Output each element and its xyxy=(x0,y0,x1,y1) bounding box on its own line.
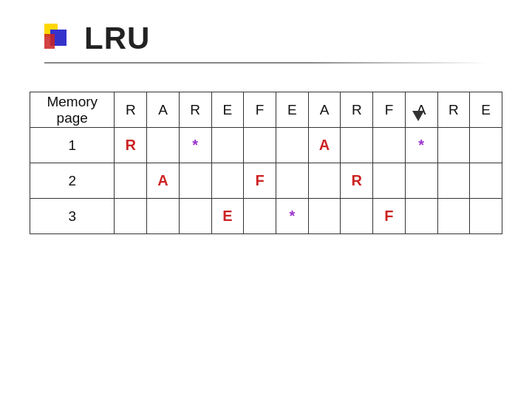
row2-col0 xyxy=(115,163,147,199)
row3-col6 xyxy=(308,199,341,234)
header-f2: F xyxy=(373,92,406,128)
row1-col5 xyxy=(276,128,308,163)
row3-col8: F xyxy=(373,199,406,234)
header-r4: R xyxy=(437,92,470,128)
row1-col10 xyxy=(437,128,470,163)
divider xyxy=(44,62,488,64)
logo-red xyxy=(44,34,55,49)
row3-col7 xyxy=(341,199,373,234)
row2-col5 xyxy=(276,163,308,199)
row2-col1: A xyxy=(147,163,180,199)
row1-col11 xyxy=(470,128,502,163)
row1-col4 xyxy=(244,128,276,163)
title-area: LRU xyxy=(0,0,532,56)
header-a1: A xyxy=(147,92,180,128)
row1-col6: A xyxy=(308,128,341,163)
row2-col11 xyxy=(470,163,502,199)
row2-label: 2 xyxy=(30,163,115,199)
logo-icon xyxy=(44,24,71,53)
header-row: Memory page R A R E F E A R F A R E xyxy=(30,92,502,128)
header-r2: R xyxy=(179,92,211,128)
row3-col11 xyxy=(470,199,502,234)
row3-label: 3 xyxy=(30,199,115,234)
row3-col10 xyxy=(437,199,470,234)
header-e1: E xyxy=(211,92,244,128)
row3-col1 xyxy=(147,199,180,234)
header-r3: R xyxy=(341,92,373,128)
row3-col9 xyxy=(405,199,437,234)
row2-col4: F xyxy=(244,163,276,199)
row2-col2 xyxy=(179,163,211,199)
header-f1: F xyxy=(244,92,276,128)
row2-col7: R xyxy=(341,163,373,199)
page-title: LRU xyxy=(78,21,150,56)
table-row: 3 E * F xyxy=(30,199,502,234)
row3-col3: E xyxy=(211,199,244,234)
row1-col9: * xyxy=(405,128,437,163)
row2-col8 xyxy=(373,163,406,199)
row2-col9 xyxy=(405,163,437,199)
row3-col5: * xyxy=(276,199,308,234)
row1-label: 1 xyxy=(30,128,115,163)
row1-col2: * xyxy=(179,128,211,163)
row2-col6 xyxy=(308,163,341,199)
row2-col3 xyxy=(211,163,244,199)
header-e2: E xyxy=(276,92,308,128)
lru-table: Memory page R A R E F E A R F A R E 1 R … xyxy=(30,92,502,234)
header-label: Memory page xyxy=(30,92,115,128)
table-row: 2 A F R xyxy=(30,163,502,199)
row3-col4 xyxy=(244,199,276,234)
header-e3: E xyxy=(470,92,502,128)
lru-table-container: Memory page R A R E F E A R F A R E 1 R … xyxy=(30,92,502,234)
row1-col7 xyxy=(341,128,373,163)
row1-col1 xyxy=(147,128,180,163)
header-a2: A xyxy=(308,92,341,128)
row1-col3 xyxy=(211,128,244,163)
arrow-indicator xyxy=(412,109,424,121)
row1-col0: R xyxy=(115,128,147,163)
row2-col10 xyxy=(437,163,470,199)
row1-col8 xyxy=(373,128,406,163)
table-row: 1 R * A * xyxy=(30,128,502,163)
row3-col0 xyxy=(115,199,147,234)
arrow-down-icon xyxy=(412,111,424,121)
row3-col2 xyxy=(179,199,211,234)
header-r1: R xyxy=(115,92,147,128)
